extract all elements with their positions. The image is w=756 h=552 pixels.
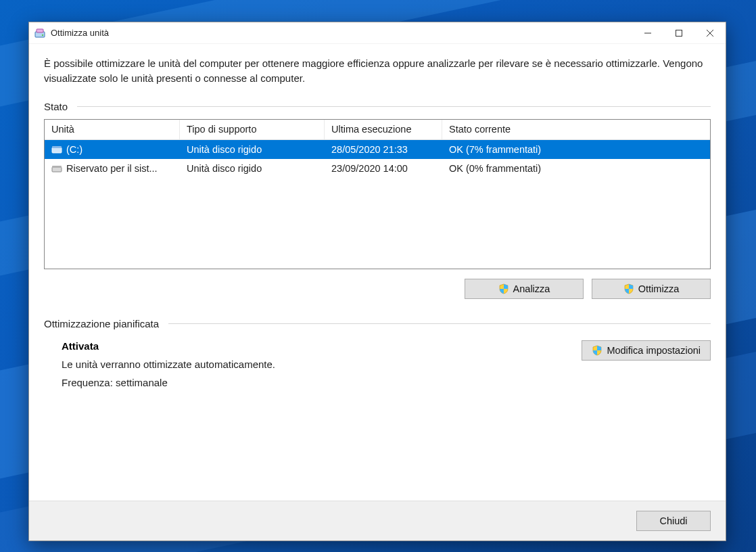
close-label: Chiudi xyxy=(659,515,687,526)
schedule-desc: Le unità verranno ottimizzate automatica… xyxy=(62,359,568,370)
svg-rect-8 xyxy=(52,146,62,148)
close-button[interactable] xyxy=(694,22,726,44)
divider xyxy=(168,323,711,324)
drive-icon xyxy=(51,144,62,155)
drive-icon xyxy=(51,163,62,174)
drives-listview[interactable]: Unità Tipo di supporto Ultima esecuzione… xyxy=(44,119,711,269)
maximize-button[interactable] xyxy=(663,22,694,44)
drive-row[interactable]: (C:) Unità disco rigido 28/05/2020 21:33… xyxy=(45,140,710,159)
drive-row[interactable]: Riservato per il sist... Unità disco rig… xyxy=(45,159,710,178)
description-text: È possibile ottimizzare le unità del com… xyxy=(44,56,711,86)
drive-last: 23/09/2020 14:00 xyxy=(325,163,442,174)
column-header-last[interactable]: Ultima esecuzione xyxy=(325,120,442,139)
schedule-section-label: Ottimizzazione pianificata xyxy=(44,318,168,329)
svg-point-2 xyxy=(42,34,43,35)
drive-state: OK (0% frammentati) xyxy=(442,163,710,174)
optimize-button[interactable]: Ottimizza xyxy=(592,279,711,299)
window-title: Ottimizza unità xyxy=(51,28,109,38)
drive-name: Riservato per il sist... xyxy=(66,163,158,174)
analyze-label: Analizza xyxy=(513,283,550,294)
desktop-background: Ottimizza unità È possibile ottimizzare … xyxy=(0,0,756,552)
optimize-drives-window: Ottimizza unità È possibile ottimizzare … xyxy=(28,22,726,541)
divider xyxy=(77,106,711,107)
drive-last: 28/05/2020 21:33 xyxy=(325,144,442,155)
schedule-state: Attivata xyxy=(62,340,568,352)
svg-rect-7 xyxy=(52,147,62,153)
drive-state: OK (7% frammentati) xyxy=(442,144,710,155)
shield-icon xyxy=(623,283,634,294)
titlebar[interactable]: Ottimizza unità xyxy=(29,22,726,44)
footer: Chiudi xyxy=(29,501,726,540)
svg-rect-4 xyxy=(676,30,682,36)
analyze-button[interactable]: Analizza xyxy=(465,279,584,299)
optimize-drives-icon xyxy=(34,28,45,39)
schedule-freq: Frequenza: settimanale xyxy=(62,377,568,388)
change-settings-label: Modifica impostazioni xyxy=(607,345,701,356)
column-header-type[interactable]: Tipo di supporto xyxy=(180,120,325,139)
change-settings-button[interactable]: Modifica impostazioni xyxy=(582,340,711,361)
svg-rect-1 xyxy=(37,29,43,32)
drive-type: Unità disco rigido xyxy=(180,144,325,155)
drive-type: Unità disco rigido xyxy=(180,163,325,174)
svg-rect-10 xyxy=(52,166,62,168)
shield-icon xyxy=(592,345,603,356)
minimize-button[interactable] xyxy=(632,22,663,44)
shield-icon xyxy=(498,283,509,294)
column-header-drive[interactable]: Unità xyxy=(45,120,180,139)
listview-header[interactable]: Unità Tipo di supporto Ultima esecuzione… xyxy=(45,120,710,140)
drive-name: (C:) xyxy=(66,144,82,155)
optimize-label: Ottimizza xyxy=(638,283,679,294)
svg-rect-9 xyxy=(52,167,62,172)
status-section-label: Stato xyxy=(44,101,77,112)
close-dialog-button[interactable]: Chiudi xyxy=(636,511,711,531)
column-header-state[interactable]: Stato corrente xyxy=(442,120,710,139)
